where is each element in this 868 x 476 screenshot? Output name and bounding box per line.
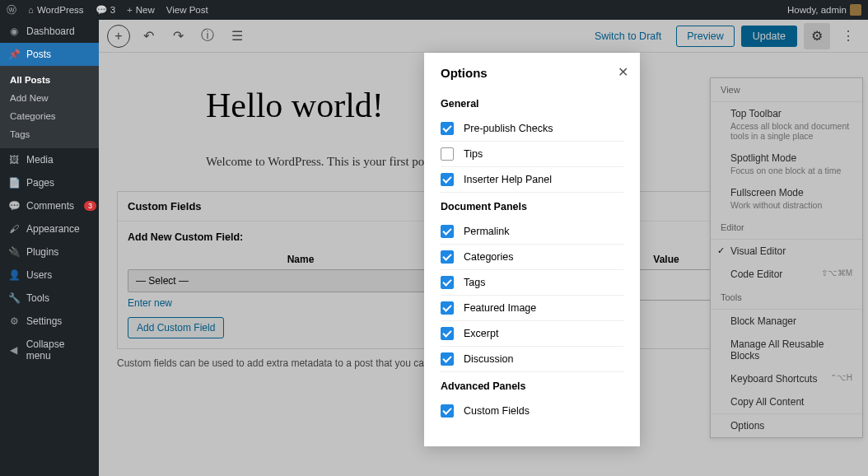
avatar [850,4,861,16]
pin-icon: 📌 [8,49,20,60]
plugins-icon: 🔌 [8,246,20,258]
options-modal: ✕ Options GeneralPre-publish ChecksTipsI… [424,53,640,446]
option-row: Tags [441,270,623,296]
sidebar-item-users[interactable]: 👤Users [0,264,99,287]
option-row: Tips [441,142,623,167]
wp-logo[interactable]: ⓦ [7,4,16,16]
howdy[interactable]: Howdy, admin [787,4,861,16]
checkbox[interactable] [441,327,454,340]
comments-icon: 💬 [8,200,20,212]
view-post-link[interactable]: View Post [166,5,208,15]
sidebar-item-label: Appearance [26,223,80,235]
sidebar-item-tools[interactable]: 🔧Tools [0,287,99,310]
sidebar-item-posts[interactable]: 📌Posts [0,43,99,66]
new-link[interactable]: +New [127,5,155,15]
checkbox[interactable] [441,352,454,366]
sidebar-item-label: Dashboard [26,26,75,37]
option-label: Discussion [464,353,513,365]
modal-title: Options [441,66,623,80]
modal-section-heading: General [441,98,623,110]
sidebar-sub-add-new[interactable]: Add New [0,89,99,107]
sidebar-item-label: Media [26,154,54,166]
checkbox[interactable] [441,173,454,186]
option-row: Custom Fields [441,399,623,423]
sidebar-item-media[interactable]: 🖼Media [0,148,99,171]
checkbox[interactable] [441,404,454,418]
checkbox[interactable] [441,147,454,161]
option-row: Permalink [441,219,623,245]
sidebar-item-collapse-menu[interactable]: ◀Collapse menu [0,333,99,367]
sidebar-item-label: Comments [26,200,74,212]
checkbox[interactable] [441,250,454,264]
checkbox[interactable] [441,225,454,238]
dashboard-icon: ◉ [8,26,20,37]
admin-sidebar: ◉Dashboard📌PostsAll PostsAdd NewCategori… [0,20,99,476]
option-label: Permalink [464,226,510,237]
sidebar-sub-categories[interactable]: Categories [0,107,99,125]
pages-icon: 📄 [8,177,20,189]
option-row: Inserter Help Panel [441,167,623,193]
option-row: Categories [441,245,623,270]
close-icon[interactable]: ✕ [618,64,628,80]
sidebar-item-label: Tools [26,292,49,304]
option-row: Featured Image [441,296,623,321]
modal-section-heading: Advanced Panels [441,380,623,392]
option-label: Featured Image [464,302,536,314]
modal-section-heading: Document Panels [441,201,623,212]
comments-link[interactable]: 💬3 [96,4,115,16]
option-label: Tags [464,277,485,288]
settings-icon: ⚙ [8,315,20,327]
option-label: Inserter Help Panel [464,174,552,185]
editor-main: + ↶ ↷ ⓘ ☰ Switch to Draft Preview Update… [99,20,868,476]
sidebar-item-label: Collapse menu [26,338,91,362]
option-label: Custom Fields [464,405,530,417]
sidebar-item-label: Pages [26,177,54,189]
sidebar-item-pages[interactable]: 📄Pages [0,171,99,194]
sidebar-item-dashboard[interactable]: ◉Dashboard [0,20,99,43]
sidebar-item-label: Users [26,269,52,281]
option-label: Excerpt [464,328,498,339]
sidebar-sub-tags[interactable]: Tags [0,125,99,143]
sidebar-item-comments[interactable]: 💬Comments3 [0,194,99,217]
sidebar-item-plugins[interactable]: 🔌Plugins [0,240,99,264]
option-label: Pre-publish Checks [464,123,553,134]
badge: 3 [84,201,96,211]
option-row: Excerpt [441,321,623,347]
checkbox[interactable] [441,122,454,135]
option-row: Pre-publish Checks [441,116,623,142]
collapse-icon: ◀ [8,344,20,356]
media-icon: 🖼 [8,154,20,166]
sidebar-item-label: Posts [26,49,51,60]
sidebar-sub-all-posts[interactable]: All Posts [0,71,99,89]
checkbox[interactable] [441,301,454,315]
option-label: Categories [464,251,513,263]
checkbox[interactable] [441,276,454,289]
admin-bar: ⓦ ⌂WordPress 💬3 +New View Post Howdy, ad… [0,0,868,20]
sidebar-item-label: Plugins [26,246,58,258]
sidebar-item-label: Settings [26,315,62,327]
option-row: Discussion [441,347,623,372]
tools-icon: 🔧 [8,292,20,304]
site-link[interactable]: ⌂WordPress [28,5,84,15]
option-label: Tips [464,148,483,160]
sidebar-item-appearance[interactable]: 🖌Appearance [0,217,99,240]
users-icon: 👤 [8,269,20,281]
sidebar-item-settings[interactable]: ⚙Settings [0,310,99,333]
appearance-icon: 🖌 [8,223,20,235]
